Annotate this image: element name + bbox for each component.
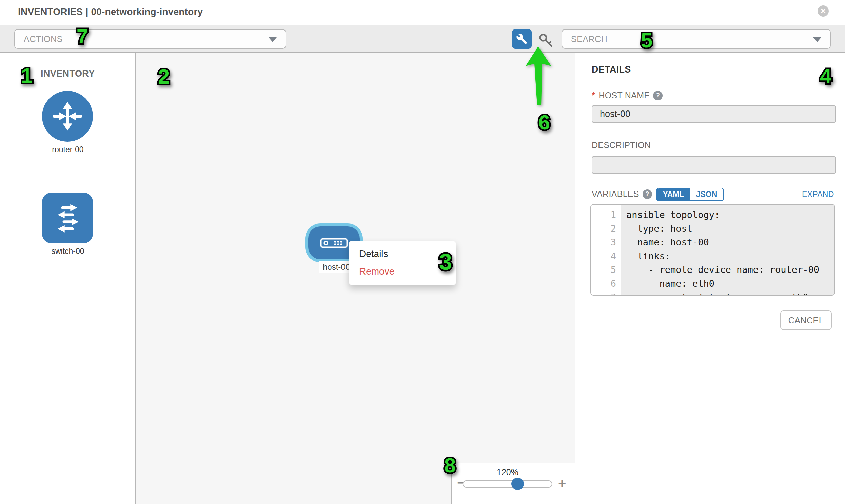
code-line: 3 name: host-00 bbox=[591, 236, 834, 250]
zoom-slider-thumb[interactable] bbox=[511, 478, 524, 490]
description-label-row: DESCRIPTION bbox=[592, 140, 651, 150]
palette-item-router[interactable]: router-00 bbox=[42, 91, 93, 154]
switch-icon bbox=[42, 193, 93, 244]
wrench-icon bbox=[516, 33, 528, 45]
details-panel-title: DETAILS bbox=[592, 65, 631, 75]
host-name-label-row: * HOST NAME ? bbox=[592, 90, 663, 101]
toggle-json[interactable]: JSON bbox=[690, 188, 723, 200]
host-icon bbox=[320, 238, 348, 248]
expand-link[interactable]: EXPAND bbox=[802, 190, 834, 199]
topology-canvas[interactable]: host-00 Details Remove 120% − + bbox=[136, 53, 576, 504]
palette-item-switch[interactable]: switch-00 bbox=[42, 193, 93, 256]
editor-lines: 1ansible_topology: 2 type: host 3 name: … bbox=[591, 208, 834, 295]
help-icon[interactable]: ? bbox=[653, 91, 663, 100]
key-button[interactable] bbox=[536, 32, 558, 49]
sidebar-edge-divider bbox=[1, 53, 1, 188]
code-line: 6 name: eth0 bbox=[591, 277, 834, 291]
zoom-level-value: 120% bbox=[452, 467, 564, 477]
tools-button[interactable] bbox=[512, 29, 532, 49]
code-line: 5 - remote_device_name: router-00 bbox=[591, 263, 834, 277]
menu-item-details[interactable]: Details bbox=[349, 245, 456, 263]
search-dropdown[interactable]: SEARCH bbox=[562, 29, 831, 49]
breadcrumb-title: INVENTORIES | 00-networking-inventory bbox=[18, 6, 203, 17]
code-line: 2 type: host bbox=[591, 222, 834, 236]
zoom-in-button[interactable]: + bbox=[558, 476, 566, 490]
close-icon[interactable]: ✕ bbox=[817, 5, 829, 17]
app-root: INVENTORIES | 00-networking-inventory ✕ … bbox=[0, 0, 845, 504]
header-bar: INVENTORIES | 00-networking-inventory ✕ bbox=[0, 0, 845, 24]
actions-dropdown[interactable]: ACTIONS bbox=[14, 29, 286, 49]
menu-item-remove[interactable]: Remove bbox=[349, 263, 456, 280]
variables-code-editor[interactable]: 1ansible_topology: 2 type: host 3 name: … bbox=[591, 204, 835, 295]
actions-dropdown-label: ACTIONS bbox=[24, 34, 63, 44]
cancel-button[interactable]: CANCEL bbox=[780, 310, 832, 330]
required-asterisk: * bbox=[592, 90, 595, 101]
chevron-down-icon bbox=[813, 37, 821, 42]
zoom-control: 120% − + bbox=[451, 463, 576, 504]
palette-item-label: switch-00 bbox=[42, 247, 93, 256]
chevron-down-icon bbox=[268, 37, 277, 42]
description-label: DESCRIPTION bbox=[592, 140, 651, 150]
toggle-yaml[interactable]: YAML bbox=[657, 188, 690, 200]
host-name-input[interactable] bbox=[592, 105, 836, 123]
palette-item-label: router-00 bbox=[42, 145, 93, 154]
inventory-sidebar: INVENTORY router-00 bbox=[0, 53, 136, 504]
variables-label-row: VARIABLES ? bbox=[592, 189, 652, 199]
help-icon[interactable]: ? bbox=[642, 190, 652, 199]
router-icon bbox=[42, 91, 93, 142]
search-dropdown-label: SEARCH bbox=[571, 34, 607, 44]
zoom-slider-track[interactable] bbox=[462, 480, 552, 488]
description-input[interactable] bbox=[592, 156, 836, 174]
key-icon bbox=[538, 33, 556, 48]
toolbar: ACTIONS SEARCH bbox=[0, 25, 845, 53]
variables-label: VARIABLES bbox=[592, 189, 639, 199]
code-line: 7 remote_interface_name: eth0 bbox=[591, 290, 834, 295]
node-context-menu: Details Remove bbox=[349, 241, 456, 285]
host-name-label: HOST NAME bbox=[598, 90, 650, 100]
details-panel: DETAILS * HOST NAME ? DESCRIPTION VARIAB… bbox=[576, 53, 845, 504]
code-line: 4 links: bbox=[591, 250, 834, 263]
sidebar-title: INVENTORY bbox=[41, 69, 95, 79]
variables-format-toggle: YAML JSON bbox=[656, 188, 724, 201]
code-line: 1ansible_topology: bbox=[591, 208, 834, 222]
